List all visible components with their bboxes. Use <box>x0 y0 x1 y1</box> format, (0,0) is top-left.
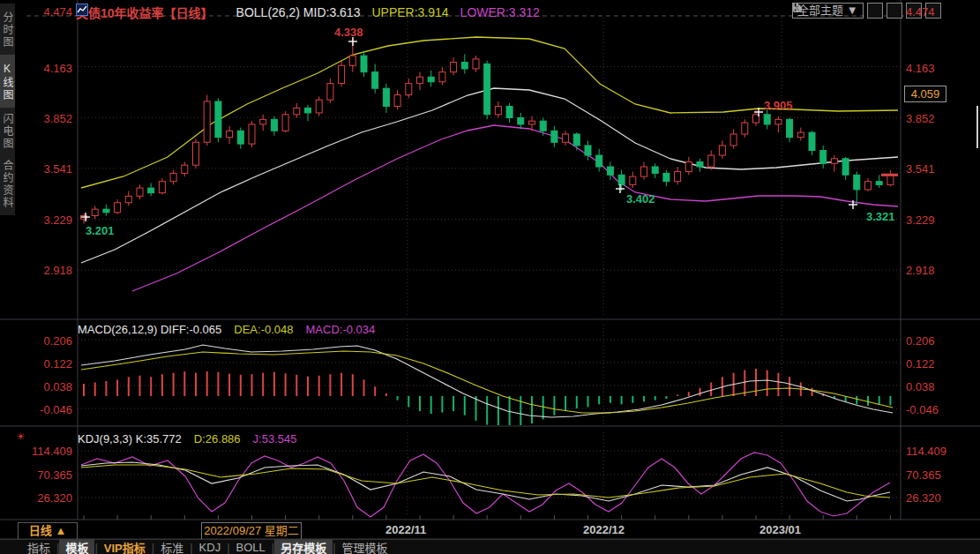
macd-macd-value: MACD:-0.034 <box>306 323 376 336</box>
y-axis-label: 3.229 <box>25 213 72 227</box>
start-date-box: 2022/09/27 星期二 <box>201 522 302 540</box>
macd-header: MACD(26,12,9) DIFF:-0.065 DEA:-0.048 MAC… <box>78 323 375 336</box>
y-axis-label: 4.474 <box>906 5 954 19</box>
macd-dea-value: DEA:-0.048 <box>234 323 293 336</box>
y-axis-label: 0.206 <box>25 334 72 348</box>
tab-boll[interactable]: BOLL <box>230 541 272 554</box>
right-scrollbar-thumb[interactable] <box>976 106 978 148</box>
x-axis-month-label: 2023/01 <box>759 523 801 536</box>
tab-standard[interactable]: 标准 <box>154 539 190 554</box>
y-axis-label: 3.541 <box>25 162 72 176</box>
x-axis-month-label: 2022/11 <box>385 523 426 536</box>
fit-center-icon[interactable] <box>867 3 883 19</box>
tab-vip-indicator[interactable]: VIP指标 <box>98 539 152 554</box>
y-axis-label: 26.320 <box>906 491 954 505</box>
y-axis-label: 0.122 <box>906 357 954 371</box>
high-price-annotation: 3.905 <box>764 99 793 112</box>
sidebar-item-contract-info[interactable]: 合约资料 <box>0 153 15 215</box>
sidebar-item-flash[interactable]: 闪电图 <box>0 108 15 155</box>
boll-lower-label: LOWER:3.312 <box>460 5 540 19</box>
tab-save-template[interactable]: 另存模板 <box>274 539 333 554</box>
y-axis-label: 4.163 <box>25 62 72 75</box>
triangle-up-icon: ▲ <box>55 524 66 537</box>
kdj-j-value: J:53.545 <box>253 432 297 445</box>
y-axis-label: 0.038 <box>906 380 954 393</box>
x-axis-month-label: 2022/12 <box>583 523 625 536</box>
macd-title: MACD(26,12,9) DIFF:-0.065 <box>78 323 221 336</box>
tab-kdj[interactable]: KDJ <box>193 541 228 554</box>
chevron-down-icon: ▼ <box>847 4 858 17</box>
low-price-annotation: 3.201 <box>86 224 115 237</box>
kdj-header: KDJ(9,3,3) K:35.772 D:26.886 J:53.545 <box>78 432 296 445</box>
y-axis-label: 2.918 <box>25 264 72 277</box>
sidebar-item-time[interactable]: 分时图 <box>0 4 15 56</box>
last-price-box: 4.059 <box>904 86 946 102</box>
y-axis-label: 0.038 <box>25 380 72 393</box>
symbol-title: 美债10年收益率【日线】 <box>76 4 213 21</box>
sidebar-item-kline[interactable]: K线图 <box>0 55 15 109</box>
y-axis-label: 3.541 <box>906 162 954 176</box>
y-axis-label: 70.365 <box>906 468 954 482</box>
y-axis-label: 70.365 <box>25 468 72 482</box>
y-axis-label: 26.320 <box>25 491 72 505</box>
theme-dropdown[interactable]: 全部主题 ▼ <box>792 3 864 19</box>
trading-app-window: 分时图K线图闪电图合约资料 美债10年收益率【日线】 BOLL(26,2) MI… <box>0 0 980 554</box>
chart-header: 美债10年收益率【日线】 BOLL(26,2) MID:3.613 UPPER:… <box>76 4 540 21</box>
y-axis-label: 3.229 <box>906 213 954 227</box>
tab-manage-template[interactable]: 管理模板 <box>336 539 394 554</box>
y-axis-label: 114.409 <box>906 445 954 458</box>
low-price-annotation: 3.402 <box>626 192 655 206</box>
compress-axis-icon[interactable] <box>886 3 902 19</box>
low-price-annotation: 3.321 <box>866 210 895 223</box>
tab-template[interactable]: 模板 <box>59 539 94 554</box>
y-axis-label: 2.918 <box>906 264 954 277</box>
period-selector[interactable]: 日线 ▲ <box>18 522 78 540</box>
kdj-settings-sun-icon[interactable]: ☀ <box>16 430 26 443</box>
y-axis-label: 114.409 <box>25 445 72 458</box>
y-axis-label: 0.206 <box>906 334 954 348</box>
high-price-annotation: 4.338 <box>334 26 363 39</box>
y-axis-label: 4.163 <box>906 62 954 75</box>
kdj-d-value: D:26.886 <box>194 432 241 445</box>
y-axis-label: 0.122 <box>25 357 72 371</box>
y-axis-label: 3.852 <box>25 112 72 125</box>
tab-indicator[interactable]: 指标 <box>21 539 56 554</box>
boll-mid-label: BOLL(26,2) MID:3.613 <box>236 5 361 19</box>
chart-canvas[interactable] <box>0 0 980 554</box>
kdj-title: KDJ(9,3,3) K:35.772 <box>78 432 182 445</box>
y-axis-label: 4.474 <box>25 5 72 19</box>
bottom-tabbar: 指标|模板|VIP指标|标准|KDJ|BOLL|另存模板|管理模板 <box>0 539 980 554</box>
y-axis-label: 3.852 <box>906 112 954 125</box>
boll-upper-label: UPPER:3.914 <box>371 5 448 19</box>
y-axis-label: -0.046 <box>906 403 954 416</box>
y-axis-label: -0.046 <box>25 403 72 416</box>
